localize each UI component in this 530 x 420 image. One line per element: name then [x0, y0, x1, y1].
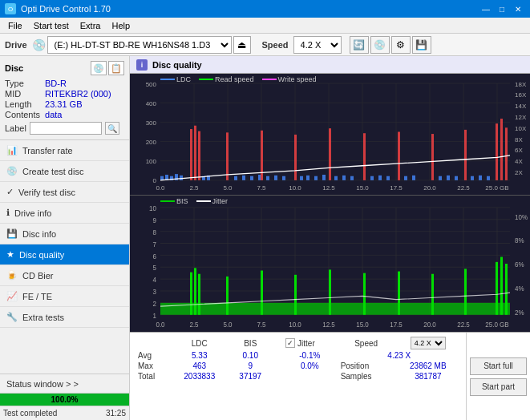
content-area: i Disc quality LDC Read speed	[130, 56, 530, 420]
svg-text:3: 3	[153, 289, 157, 296]
verify-test-disc-icon: ✓	[6, 187, 14, 197]
sidebar: Disc 💿 📋 Type BD-R MID RITEKBR2 (000) Le…	[0, 56, 130, 420]
sidebar-item-transfer-rate[interactable]: 📊 Transfer rate	[0, 140, 129, 161]
svg-text:6%: 6%	[515, 261, 524, 269]
svg-rect-49	[398, 131, 400, 180]
svg-text:2.5: 2.5	[189, 184, 198, 191]
svg-text:12X: 12X	[515, 114, 526, 120]
settings-button[interactable]: ⚙	[391, 36, 411, 54]
extra-tests-icon: 🔧	[6, 312, 18, 322]
samples-label: Samples	[338, 371, 395, 382]
sidebar-item-verify-test-disc[interactable]: ✓ Verify test disc	[0, 182, 129, 203]
menu-extra[interactable]: Extra	[75, 19, 106, 32]
svg-rect-23	[194, 126, 196, 180]
svg-rect-35	[282, 176, 285, 180]
sidebar-item-cd-bier[interactable]: 🍺 CD Bier	[0, 265, 129, 286]
col-jitter: ✓ Jitter	[282, 336, 338, 350]
status-window-label: Status window > >	[6, 379, 79, 389]
sidebar-item-extra-tests[interactable]: 🔧 Extra tests	[0, 307, 129, 328]
save-button[interactable]: 💾	[412, 36, 431, 54]
svg-rect-115	[261, 271, 263, 315]
status-time: 31:25	[106, 409, 126, 418]
svg-rect-37	[300, 176, 303, 180]
svg-rect-40	[322, 175, 326, 180]
read-speed-legend: Read speed	[199, 75, 254, 83]
disc-panel: Disc 💿 📋 Type BD-R MID RITEKBR2 (000) Le…	[0, 56, 129, 140]
sidebar-item-drive-info[interactable]: ℹ Drive info	[0, 203, 129, 224]
stats-left: LDC BIS ✓ Jitter Speed	[130, 333, 466, 420]
svg-text:8%: 8%	[515, 237, 524, 244]
disc-quality-panel-icon: i	[136, 59, 148, 71]
status-window-button[interactable]: Status window > >	[0, 374, 129, 393]
start-full-button[interactable]: Start full	[470, 357, 527, 375]
title-bar: O Opti Drive Control 1.70 — □ ✕	[0, 0, 530, 18]
svg-text:2X: 2X	[515, 170, 523, 176]
svg-text:0.0: 0.0	[156, 321, 165, 328]
progress-text: 100.0%	[0, 394, 129, 406]
label-browse-button[interactable]: 🔍	[105, 122, 119, 135]
title-bar-left: O Opti Drive Control 1.70	[5, 3, 111, 14]
col-empty2	[273, 336, 282, 350]
svg-text:10X: 10X	[515, 125, 526, 131]
title-bar-controls: — □ ✕	[479, 3, 525, 14]
create-test-disc-label: Create test disc	[22, 167, 83, 176]
maximize-button[interactable]: □	[495, 3, 509, 14]
disc-icon-2[interactable]: 📋	[108, 61, 124, 75]
svg-rect-38	[306, 176, 310, 180]
jitter-legend-color	[196, 200, 211, 202]
svg-rect-57	[471, 176, 474, 180]
disc-quality-title: Disc quality	[152, 60, 202, 70]
svg-rect-22	[190, 129, 192, 180]
chart-top-legend: LDC Read speed Write speed	[160, 75, 316, 83]
menu-start-test[interactable]: Start test	[29, 19, 74, 32]
start-part-button[interactable]: Start part	[470, 378, 527, 396]
chart-bottom-legend: BIS Jitter	[160, 197, 228, 205]
max-bis: 9	[229, 361, 273, 371]
extra-tests-label: Extra tests	[22, 313, 64, 322]
sidebar-item-disc-quality[interactable]: ★ Disc quality	[0, 244, 129, 265]
drive-select[interactable]: (E:) HL-DT-ST BD-RE WH16NS48 1.D3	[47, 36, 232, 54]
drive-info-label: Drive info	[14, 208, 51, 218]
disc-icon-1[interactable]: 💿	[91, 61, 107, 75]
svg-text:20.0: 20.0	[423, 184, 436, 191]
read-speed-legend-color	[199, 79, 213, 80]
svg-rect-39	[314, 176, 318, 180]
svg-text:100: 100	[146, 159, 156, 165]
sidebar-item-fe-te[interactable]: 📈 FE / TE	[0, 286, 129, 307]
svg-text:200: 200	[146, 139, 156, 146]
close-button[interactable]: ✕	[511, 3, 525, 14]
svg-rect-45	[363, 133, 366, 180]
create-test-disc-icon: 💿	[6, 166, 18, 176]
label-input[interactable]	[30, 122, 102, 135]
refresh-button[interactable]: 🔄	[350, 36, 369, 54]
svg-rect-29	[242, 176, 245, 180]
menu-help[interactable]: Help	[107, 19, 135, 32]
svg-text:9: 9	[153, 217, 157, 224]
stats-speed-select[interactable]: 4.2 X	[411, 337, 446, 349]
length-value: 23.31 GB	[45, 99, 124, 109]
ldc-legend: LDC	[160, 75, 191, 83]
svg-rect-118	[363, 273, 366, 315]
menu-file[interactable]: File	[3, 19, 27, 32]
svg-rect-56	[464, 130, 467, 180]
speed-label: Speed	[262, 40, 289, 50]
svg-rect-36	[294, 135, 297, 180]
drive-bar: Drive 💿 (E:) HL-DT-ST BD-RE WH16NS48 1.D…	[0, 34, 530, 56]
jitter-checkbox[interactable]: ✓	[285, 338, 295, 348]
svg-rect-60	[496, 123, 498, 180]
svg-rect-50	[404, 176, 407, 180]
avg-bis: 0.10	[229, 350, 273, 361]
minimize-button[interactable]: —	[479, 3, 493, 14]
svg-rect-43	[342, 176, 346, 180]
svg-text:4X: 4X	[515, 159, 523, 165]
sidebar-item-create-test-disc[interactable]: 💿 Create test disc	[0, 161, 129, 182]
disc-button[interactable]: 💿	[370, 36, 390, 54]
eject-button[interactable]: ⏏	[233, 36, 251, 54]
svg-text:0.0: 0.0	[156, 184, 164, 191]
stats-total-row: Total 2033833 37197 Samples 381787	[135, 371, 461, 382]
disc-section-title: Disc	[5, 63, 23, 73]
sidebar-item-disc-info[interactable]: 💾 Disc info	[0, 224, 129, 244]
avg-jitter: -0.1%	[282, 350, 338, 361]
svg-text:17.5: 17.5	[390, 321, 403, 328]
speed-select[interactable]: 4.2 X	[293, 36, 342, 54]
